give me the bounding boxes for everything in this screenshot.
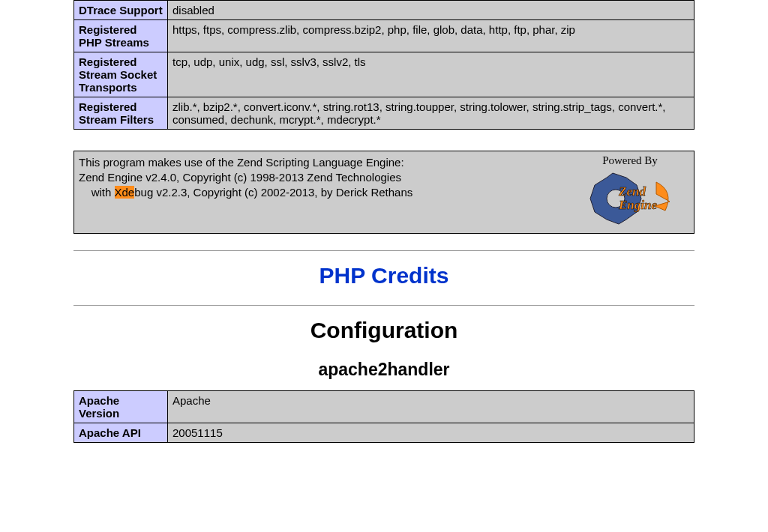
row-label: Apache Version <box>74 391 168 423</box>
php-credits-link[interactable]: PHP Credits <box>320 263 449 288</box>
row-value: Apache <box>168 391 694 423</box>
row-value: disabled <box>168 1 694 20</box>
zend-logo-area: Powered By Zend Engine <box>574 154 686 227</box>
row-value: 20051115 <box>168 423 694 443</box>
row-label: Apache API <box>74 423 168 443</box>
divider <box>74 305 694 306</box>
row-label: Registered Stream Socket Transports <box>74 52 168 97</box>
row-label: DTrace Support <box>74 1 168 20</box>
zend-engine-logo: Zend Engine <box>581 169 679 227</box>
zend-text1: Zend <box>618 184 646 199</box>
row-value: zlib.*, bzip2.*, convert.iconv.*, string… <box>168 97 694 130</box>
zend-text2: Engine <box>618 198 657 212</box>
module-heading: apache2handler <box>74 360 694 380</box>
zend-engine-box: This program makes use of the Zend Scrip… <box>74 151 694 234</box>
configuration-heading: Configuration <box>74 318 694 343</box>
row-value: https, ftps, compress.zlib, compress.bzi… <box>168 20 694 52</box>
php-credits-heading: PHP Credits <box>74 263 694 288</box>
system-info-table: DTrace Support disabled Registered PHP S… <box>74 0 694 130</box>
powered-by-text: Powered By <box>574 154 686 167</box>
apache-info-table: Apache Version Apache Apache API 2005111… <box>74 390 694 443</box>
row-value: tcp, udp, unix, udg, ssl, sslv3, sslv2, … <box>168 52 694 97</box>
row-label: Registered PHP Streams <box>74 20 168 52</box>
divider <box>74 250 694 251</box>
search-highlight: Xde <box>115 186 135 199</box>
row-label: Registered Stream Filters <box>74 97 168 130</box>
